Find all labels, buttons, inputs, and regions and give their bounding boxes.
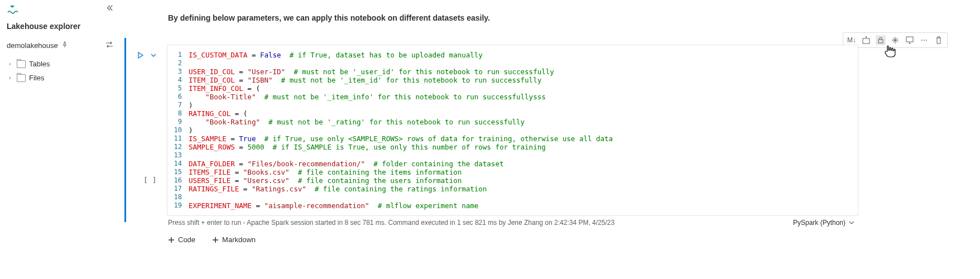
chevron-right-icon: › — [9, 61, 13, 67]
lakehouse-logo-icon — [7, 4, 120, 16]
code-line[interactable]: 2 — [167, 59, 858, 68]
cell-toolbar: M↓ ⋯ — [843, 32, 948, 48]
code-content[interactable]: RATINGS_FILE = "Ratings.csv" # file cont… — [189, 185, 858, 193]
code-content[interactable]: USER_ID_COL = "User-ID" # must not be '_… — [189, 68, 858, 76]
run-cell-button[interactable] — [137, 51, 145, 61]
line-number: 18 — [167, 193, 189, 201]
chevron-right-icon: › — [9, 75, 13, 81]
run-menu-chevron-icon[interactable] — [150, 52, 157, 60]
language-selector[interactable]: PySpark (Python) — [793, 219, 854, 227]
add-markdown-cell-button[interactable]: Markdown — [212, 235, 256, 244]
line-number: 19 — [167, 201, 189, 210]
tree-tables[interactable]: › Tables — [9, 57, 120, 71]
notebook-main: By defining below parameters, we can app… — [120, 0, 980, 279]
line-number: 17 — [167, 185, 189, 193]
code-line[interactable]: 17RATINGS_FILE = "Ratings.csv" # file co… — [167, 185, 858, 193]
tree-label: Tables — [29, 60, 50, 68]
code-editor[interactable]: 1IS_CUSTOM_DATA = False # if True, datas… — [167, 45, 858, 216]
code-content[interactable]: ) — [189, 101, 858, 109]
line-number: 2 — [167, 59, 189, 68]
add-cell-below-icon[interactable] — [905, 35, 915, 45]
add-code-cell-button[interactable]: Code — [168, 235, 195, 244]
code-line[interactable]: 16USERS_FILE = "Users.csv" # file contai… — [167, 176, 858, 185]
code-content[interactable]: IS_CUSTOM_DATA = False # if True, datase… — [189, 51, 858, 59]
code-content[interactable]: IS_SAMPLE = True # if True, use only <SA… — [189, 134, 858, 143]
folder-icon — [17, 74, 26, 82]
svg-rect-1 — [878, 40, 883, 43]
svg-rect-2 — [906, 37, 913, 42]
cell-exec-indicator: [ ] — [143, 176, 156, 184]
line-number: 14 — [167, 160, 189, 168]
code-line[interactable]: 12SAMPLE_ROWS = 5000 # if IS_SAMPLE is T… — [167, 143, 858, 151]
line-number: 7 — [167, 101, 189, 109]
code-content[interactable] — [189, 151, 858, 160]
line-number: 8 — [167, 109, 189, 118]
code-line[interactable]: 1IS_CUSTOM_DATA = False # if True, datas… — [167, 51, 858, 59]
svg-rect-0 — [863, 39, 869, 44]
more-options-icon[interactable]: ⋯ — [919, 35, 929, 45]
code-content[interactable]: EXPERIMENT_NAME = "aisample-recommendati… — [189, 201, 858, 210]
swap-lakehouse-icon[interactable] — [105, 41, 113, 50]
code-content[interactable]: ITEM_ID_COL = "ISBN" # must not be '_ite… — [189, 76, 858, 84]
line-number: 5 — [167, 84, 189, 93]
code-line[interactable]: 13 — [167, 151, 858, 160]
lock-cell-icon[interactable] — [876, 35, 886, 45]
line-number: 10 — [167, 126, 189, 134]
code-content[interactable]: ) — [189, 126, 858, 134]
code-line[interactable]: 6 "Book-Title" # must not be '_item_info… — [167, 93, 858, 101]
folder-icon — [17, 60, 26, 68]
tree-files[interactable]: › Files — [9, 71, 120, 85]
tree-label: Files — [29, 74, 44, 82]
code-line[interactable]: 3USER_ID_COL = "User-ID" # must not be '… — [167, 68, 858, 76]
cell-status-text: Press shift + enter to run - Apache Spar… — [168, 219, 614, 227]
lakehouse-sidebar: Lakehouse explorer demolakehouse › Table… — [0, 0, 120, 279]
line-number: 3 — [167, 68, 189, 76]
code-line[interactable]: 14DATA_FOLDER = "Files/book-recommendati… — [167, 160, 858, 168]
code-line[interactable]: 9 "Book-Rating" # must not be '_rating' … — [167, 118, 858, 126]
lakehouse-name[interactable]: demolakehouse — [7, 41, 58, 50]
line-number: 15 — [167, 168, 189, 176]
code-content[interactable]: RATING_COL = ( — [189, 109, 858, 118]
code-content[interactable] — [189, 193, 858, 201]
code-line[interactable]: 11IS_SAMPLE = True # if True, use only <… — [167, 134, 858, 143]
line-number: 16 — [167, 176, 189, 185]
code-content[interactable] — [189, 59, 858, 68]
markdown-cell-text: By defining below parameters, we can app… — [168, 13, 980, 22]
add-cell-above-icon[interactable] — [861, 35, 871, 45]
code-content[interactable]: SAMPLE_ROWS = 5000 # if IS_SAMPLE is Tru… — [189, 143, 858, 151]
explorer-title: Lakehouse explorer — [7, 22, 120, 31]
code-content[interactable]: USERS_FILE = "Users.csv" # file containi… — [189, 176, 858, 185]
line-number: 12 — [167, 143, 189, 151]
code-content[interactable]: ITEMS_FILE = "Books.csv" # file containi… — [189, 168, 858, 176]
pin-icon[interactable] — [61, 41, 68, 50]
line-number: 4 — [167, 76, 189, 84]
line-number: 1 — [167, 51, 189, 59]
chevron-down-icon — [849, 220, 854, 225]
cell-selection-indicator — [124, 38, 126, 222]
line-number: 9 — [167, 118, 189, 126]
code-content[interactable]: "Book-Title" # must not be '_item_info' … — [189, 93, 858, 101]
code-line[interactable]: 18 — [167, 193, 858, 201]
line-number: 6 — [167, 93, 189, 101]
code-line[interactable]: 19EXPERIMENT_NAME = "aisample-recommenda… — [167, 201, 858, 210]
code-line[interactable]: 5ITEM_INFO_COL = ( — [167, 84, 858, 93]
code-line[interactable]: 4ITEM_ID_COL = "ISBN" # must not be '_it… — [167, 76, 858, 84]
code-content[interactable]: "Book-Rating" # must not be '_rating' fo… — [189, 118, 858, 126]
code-line[interactable]: 7) — [167, 101, 858, 109]
code-line[interactable]: 10) — [167, 126, 858, 134]
collapse-sidebar-icon[interactable] — [105, 4, 113, 14]
code-line[interactable]: 8RATING_COL = ( — [167, 109, 858, 118]
line-number: 13 — [167, 151, 189, 160]
code-content[interactable]: ITEM_INFO_COL = ( — [189, 84, 858, 93]
code-line[interactable]: 15ITEMS_FILE = "Books.csv" # file contai… — [167, 168, 858, 176]
delete-cell-icon[interactable] — [934, 35, 944, 45]
line-number: 11 — [167, 134, 189, 143]
convert-markdown-button[interactable]: M↓ — [847, 35, 857, 45]
freeze-cell-icon[interactable] — [890, 35, 900, 45]
code-content[interactable]: DATA_FOLDER = "Files/book-recommendation… — [189, 160, 858, 168]
